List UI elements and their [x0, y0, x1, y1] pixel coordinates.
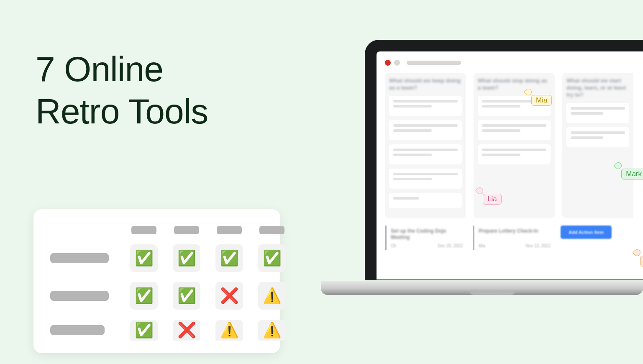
retro-card[interactable] [478, 144, 551, 164]
cursor-jack: Jack [640, 256, 643, 267]
cell-check: ✅ [173, 282, 200, 310]
cursor-mark: Mark [621, 169, 643, 179]
column-title: What should stop doing as a team? [478, 77, 551, 92]
retro-card[interactable] [478, 120, 551, 140]
cell-check: ✅ [130, 282, 158, 310]
col-header [259, 226, 284, 234]
title-bar-placeholder [407, 61, 461, 65]
cursor-lia: Lia [483, 194, 502, 205]
col-header [217, 226, 242, 234]
board-column[interactable]: What should we start doing, learn, or at… [562, 73, 633, 218]
window-controls [385, 60, 643, 66]
cell-warn: ⚠️ [258, 320, 286, 341]
page-title: 7 Online Retro Tools [36, 48, 208, 133]
retro-card[interactable] [566, 127, 629, 147]
cell-check: ✅ [173, 244, 200, 272]
add-action-button[interactable]: Add Action Item [561, 226, 612, 239]
action-item[interactable]: Set up the Coding Dojo Meeting OliDec 20… [385, 226, 467, 250]
comparison-card: ✅ ✅ ✅ ✅ ✅ ✅ ❌ ⚠️ ✅ ❌ ⚠️ ⚠️ [33, 209, 280, 353]
cell-check: ✅ [215, 244, 243, 272]
cell-check: ✅ [258, 244, 286, 272]
retro-card[interactable] [389, 120, 462, 140]
board-column[interactable]: What should we keep doing as a team? [385, 73, 466, 218]
close-dot-icon[interactable] [385, 60, 391, 66]
column-title: What should we start doing, learn, or at… [566, 77, 629, 99]
cell-cross: ❌ [173, 320, 200, 341]
laptop-notch [469, 291, 515, 295]
app-screen: What should we keep doing as a team? Wha… [377, 51, 643, 279]
action-item[interactable]: Prepare Lottery Check-In MiaNov 13, 2022 [473, 226, 555, 250]
col-header [174, 226, 199, 234]
cell-check: ✅ [130, 244, 158, 272]
cell-cross: ❌ [215, 282, 243, 310]
retro-card[interactable] [389, 193, 462, 208]
retro-card[interactable] [566, 103, 629, 123]
cell-check: ✅ [130, 320, 158, 341]
row-label [50, 291, 109, 301]
cell-warn: ⚠️ [215, 320, 243, 341]
retro-card[interactable] [389, 169, 462, 189]
cursor-mia: Mia [531, 95, 552, 106]
retro-card[interactable] [389, 144, 462, 164]
laptop-mockup: What should we keep doing as a team? Wha… [321, 40, 643, 299]
col-header [131, 226, 156, 234]
row-label [50, 253, 109, 263]
row-label [50, 325, 105, 335]
retro-card[interactable] [389, 96, 462, 116]
minimize-dot-icon[interactable] [394, 60, 400, 66]
column-title: What should we keep doing as a team? [389, 77, 462, 92]
cell-warn: ⚠️ [258, 282, 286, 310]
